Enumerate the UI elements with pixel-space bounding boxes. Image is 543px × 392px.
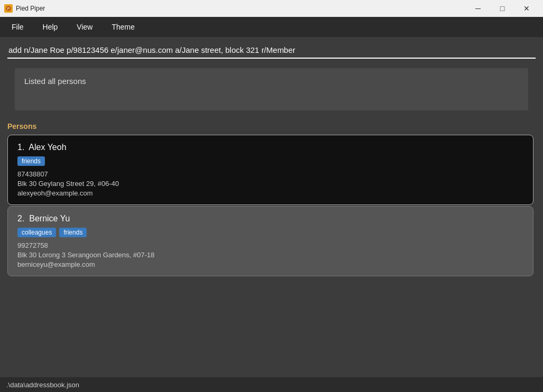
tag-friends: friends xyxy=(17,156,45,166)
menu-file[interactable]: File xyxy=(6,20,29,34)
tag-colleagues: colleagues xyxy=(17,228,56,237)
menu-bar: File Help View Theme xyxy=(0,17,543,37)
person-email-1: alexyeoh@example.com xyxy=(17,189,523,197)
persons-list: 1. Alex Yeohfriends87438807Blk 30 Geylan… xyxy=(7,135,536,371)
title-bar-left: P Pied Piper xyxy=(4,4,45,13)
person-address-1: Blk 30 Geylang Street 29, #06-40 xyxy=(17,180,523,188)
minimize-button[interactable]: ─ xyxy=(466,0,490,17)
persons-label: Persons xyxy=(7,122,536,130)
command-area xyxy=(0,37,543,64)
footer: .\data\addressbook.json xyxy=(0,377,543,392)
menu-help[interactable]: Help xyxy=(38,20,63,34)
person-address-2: Blk 30 Lorong 3 Serangoon Gardens, #07-1… xyxy=(17,251,523,259)
person-card-2[interactable]: 2. Bernice Yucolleaguesfriends99272758Bl… xyxy=(7,206,533,276)
close-button[interactable]: ✕ xyxy=(514,0,539,17)
person-tags-2: colleaguesfriends xyxy=(17,228,523,237)
menu-theme[interactable]: Theme xyxy=(106,20,140,34)
person-email-2: berniceyu@example.com xyxy=(17,260,523,268)
person-card-1[interactable]: 1. Alex Yeohfriends87438807Blk 30 Geylan… xyxy=(7,135,533,205)
persons-section: Persons 1. Alex Yeohfriends87438807Blk 3… xyxy=(0,116,543,377)
footer-path: .\data\addressbook.json xyxy=(6,381,79,389)
app-icon: P xyxy=(4,4,13,13)
person-phone-1: 87438807 xyxy=(17,170,523,178)
window-title: Pied Piper xyxy=(16,5,45,12)
maximize-button[interactable]: □ xyxy=(490,0,514,17)
status-area: Listed all persons xyxy=(15,68,528,110)
person-name-2: 2. Bernice Yu xyxy=(17,214,523,223)
status-wrapper: Listed all persons xyxy=(0,64,543,110)
svg-text:P: P xyxy=(7,7,10,11)
person-name-1: 1. Alex Yeoh xyxy=(17,143,523,152)
command-input[interactable] xyxy=(7,42,536,59)
person-phone-2: 99272758 xyxy=(17,241,523,249)
status-text: Listed all persons xyxy=(24,77,86,86)
title-bar-controls: ─ □ ✕ xyxy=(466,0,539,17)
menu-view[interactable]: View xyxy=(71,20,98,34)
title-bar: P Pied Piper ─ □ ✕ xyxy=(0,0,543,17)
tag-friends: friends xyxy=(59,228,87,237)
person-tags-1: friends xyxy=(17,156,523,166)
